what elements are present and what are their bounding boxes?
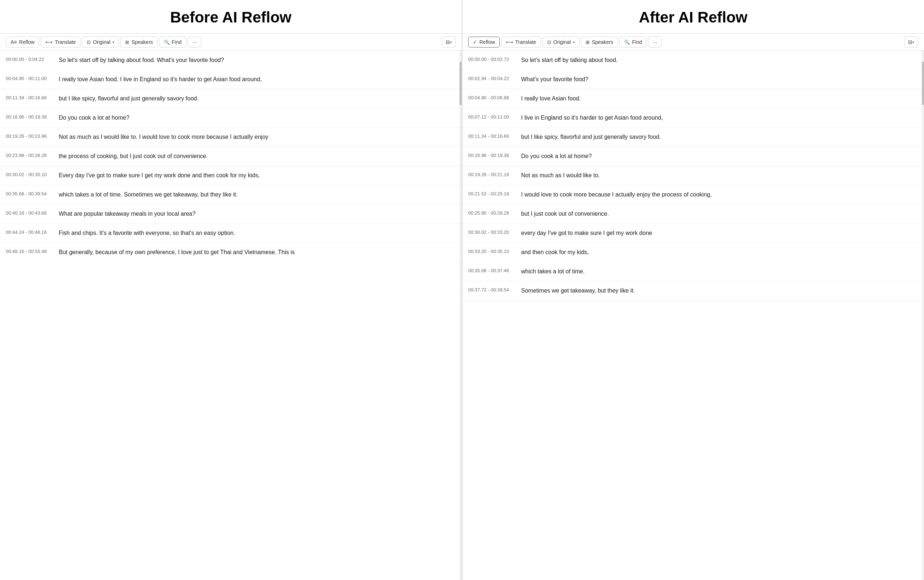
table-row: 00:07.12 - 00:11.00 I live in England so…	[462, 109, 924, 128]
left-original-button[interactable]: ⊡ Original ▾	[82, 36, 119, 48]
transcript-text: I really love Asian food. I live in Engl…	[59, 75, 456, 84]
find-icon: 🔍	[624, 40, 630, 45]
transcript-text: Do you cook a lot at home?	[521, 152, 918, 161]
left-find-button[interactable]: 🔍 Find	[159, 36, 186, 48]
table-row: 00:40.18 - 00:43.68 What are popular tak…	[0, 204, 462, 224]
table-row: 00:44.24 - 00:48.16 Fish and chips. It's…	[0, 224, 462, 243]
timestamp: 00:37.72 - 00:39.54	[468, 287, 515, 293]
left-panel: Before AI Reflow A≡ Reflow ⟷ Translate ⊡…	[0, 0, 462, 580]
timestamp: 00:19.26 - 00:21.18	[468, 171, 515, 177]
timestamp: 00:11.34 - 00:16.66	[6, 94, 53, 101]
timestamp: 00:25.90 - 00:28.28	[468, 209, 515, 216]
transcript-text: but I like spicy, flavorful and just gen…	[521, 133, 918, 142]
table-row: 00:19.26 - 00:23.98 Not as much as I wou…	[0, 128, 462, 147]
layout-dropdown-arrow: ▾	[450, 40, 452, 44]
original-dropdown-arrow: ▾	[573, 40, 575, 44]
table-row: 00:04.90 - 00:11.00 I really love Asian …	[0, 70, 462, 89]
right-speakers-button[interactable]: ⊞ Speakers	[581, 36, 618, 48]
timestamp: 00:30.02 - 00:33.20	[468, 229, 515, 235]
transcript-text: but I like spicy, flavorful and just gen…	[59, 94, 456, 103]
table-row: 00:16.96 - 00:18.38 Do you cook a lot at…	[462, 147, 924, 166]
right-layout-button[interactable]: ⊟ ▾	[904, 36, 918, 48]
transcript-text: which takes a lot of time.	[521, 267, 918, 276]
table-row: 00:19.26 - 00:21.18 Not as much as I wou…	[462, 166, 924, 185]
timestamp: 00:04.90 - 00:11.00	[6, 75, 53, 81]
original-dropdown-arrow: ▾	[112, 40, 114, 44]
right-original-button[interactable]: ⊡ Original ▾	[543, 36, 579, 48]
table-row: 00:30.02 - 00:33.20 every day I've got t…	[462, 224, 924, 243]
transcript-text: What's your favorite food?	[521, 75, 918, 84]
find-icon: 🔍	[164, 40, 170, 45]
left-content-area[interactable]: 00:00.00 - 0:04.22 So let's start off by…	[0, 51, 462, 580]
original-icon: ⊡	[547, 40, 551, 45]
table-row: 00:35.68 - 00:37.46 which takes a lot of…	[462, 262, 924, 281]
timestamp: 00:16.96 - 00:18.38	[468, 152, 515, 158]
timestamp: 00:07.12 - 00:11.00	[468, 114, 515, 120]
table-row: 00:00.00 - 00:02.72 So let's start off b…	[462, 51, 924, 70]
timestamp: 00:30.02 - 00:35.10	[6, 171, 53, 177]
transcript-text: Sometimes we get takeaway, but they like…	[521, 287, 918, 295]
right-panel: After AI Reflow ✓ Reflow ⟷ Translate ⊡ O…	[462, 0, 924, 580]
timestamp: 00:11.34 - 00:16.66	[468, 133, 515, 139]
timestamp: 00:33.20 - 00:35.10	[468, 248, 515, 254]
right-content-area[interactable]: 00:00.00 - 00:02.72 So let's start off b…	[462, 51, 924, 580]
timestamp: 00:04.90 - 00:06.88	[468, 94, 515, 101]
left-more-button[interactable]: ···	[188, 36, 201, 48]
translate-icon: ⟷	[506, 39, 513, 45]
transcript-text: Fish and chips. It's a favorite with eve…	[59, 229, 456, 237]
timestamp: 00:48.16 - 00:55.48	[6, 248, 53, 254]
table-row: 00:16.96 - 00:18.38 Do you cook a lot at…	[0, 109, 462, 128]
transcript-text: but I just cook out of convenience.	[521, 209, 918, 218]
transcript-text: and then cook for my kids,	[521, 248, 918, 257]
table-row: 00:00.00 - 0:04.22 So let's start off by…	[0, 51, 462, 70]
layout-icon: ⊟	[908, 39, 912, 45]
layout-dropdown-arrow: ▾	[912, 40, 914, 44]
left-layout-button[interactable]: ⊟ ▾	[442, 36, 456, 48]
right-more-button[interactable]: ···	[648, 36, 662, 48]
transcript-text: which takes a lot of time. Sometimes we …	[59, 190, 456, 199]
right-toolbar: ✓ Reflow ⟷ Translate ⊡ Original ▾ ⊞ Spea…	[462, 33, 924, 51]
transcript-text: Every day I've got to make sure I get my…	[59, 171, 456, 180]
transcript-text: Do you cook a lot at home?	[59, 114, 456, 122]
timestamp: 00:40.18 - 00:43.68	[6, 209, 53, 216]
table-row: 00:25.90 - 00:28.28 but I just cook out …	[462, 204, 924, 224]
timestamp: 00:19.26 - 00:23.98	[6, 133, 53, 139]
table-row: 00:04.90 - 00:06.88 I really love Asian …	[462, 89, 924, 109]
timestamp: 00:23.98 - 00:28.28	[6, 152, 53, 158]
table-row: 00:35.68 - 00:39.54 which takes a lot of…	[0, 185, 462, 204]
left-speakers-button[interactable]: ⊞ Speakers	[120, 36, 157, 48]
table-row: 00:11.34 - 00:16.66 but I like spicy, fl…	[0, 89, 462, 109]
timestamp: 00:16.96 - 00:18.38	[6, 114, 53, 120]
table-row: 00:30.02 - 00:35.10 Every day I've got t…	[0, 166, 462, 185]
timestamp: 00:35.68 - 00:39.54	[6, 190, 53, 196]
table-row: 00:33.20 - 00:35.10 and then cook for my…	[462, 243, 924, 262]
left-translate-button[interactable]: ⟷ Translate	[41, 36, 81, 48]
table-row: 00:02.94 - 00:04.22 What's your favorite…	[462, 70, 924, 89]
timestamp: 00:21.52 - 00:25.18	[468, 190, 515, 196]
right-find-button[interactable]: 🔍 Find	[619, 36, 647, 48]
scrollbar[interactable]	[459, 51, 462, 580]
transcript-text: So let's start off by talking about food…	[521, 56, 918, 64]
table-row: 00:37.72 - 00:39.54 Sometimes we get tak…	[462, 281, 924, 300]
transcript-text: I live in England so it's harder to get …	[521, 114, 918, 122]
table-row: 00:23.98 - 00:28.28 the process of cooki…	[0, 147, 462, 166]
left-toolbar: A≡ Reflow ⟷ Translate ⊡ Original ▾ ⊞ Spe…	[0, 33, 462, 51]
transcript-text: So let's start off by talking about food…	[59, 56, 456, 64]
layout-icon: ⊟	[446, 39, 450, 45]
right-translate-button[interactable]: ⟷ Translate	[501, 36, 541, 48]
table-row: 00:21.52 - 00:25.18 I would love to cook…	[462, 185, 924, 204]
speakers-icon: ⊞	[586, 40, 590, 45]
scrollbar-thumb[interactable]	[459, 62, 462, 105]
right-reflow-button[interactable]: ✓ Reflow	[468, 36, 500, 48]
left-reflow-button[interactable]: A≡ Reflow	[6, 36, 39, 48]
timestamp: 00:35.68 - 00:37.46	[468, 267, 515, 274]
timestamp: 00:02.94 - 00:04.22	[468, 75, 515, 81]
transcript-text: I really love Asian food.	[521, 94, 918, 103]
timestamp: 00:00.00 - 0:04.22	[6, 56, 53, 62]
speakers-icon: ⊞	[125, 40, 129, 45]
translate-icon: ⟷	[45, 39, 53, 45]
right-scrollbar[interactable]	[922, 51, 924, 580]
right-scrollbar-thumb[interactable]	[922, 62, 924, 105]
table-row: 00:11.34 - 00:16.66 but I like spicy, fl…	[462, 128, 924, 147]
left-panel-title: Before AI Reflow	[0, 0, 462, 33]
